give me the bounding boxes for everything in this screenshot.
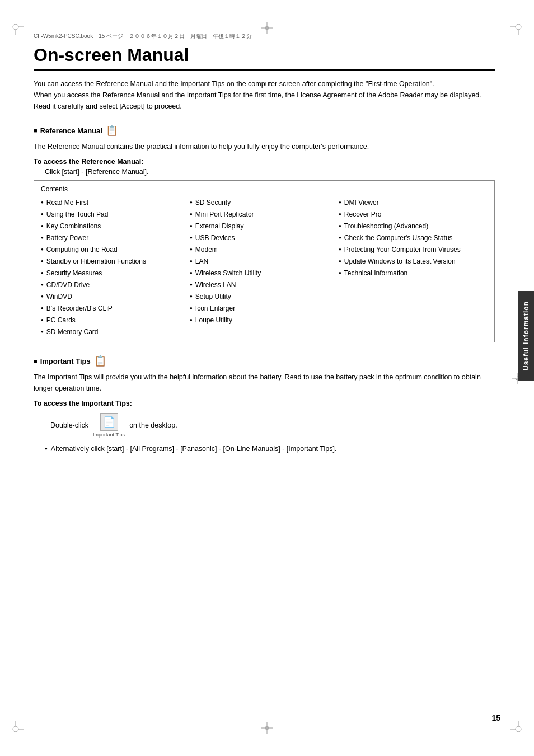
contents-col2: SD Security Mini Port Replicator Externa… — [190, 196, 339, 337]
intro-line1: You can access the Reference Manual and … — [34, 78, 495, 90]
reference-manual-heading: ■ Reference Manual 📋 — [34, 124, 495, 137]
on-desktop-text: on the desktop. — [129, 421, 177, 429]
contents-box: Contents Read Me First Using the Touch P… — [34, 180, 495, 342]
sidebar-tab: Useful Information — [518, 291, 534, 381]
list-item: Wireless Switch Utility — [190, 267, 339, 279]
list-item: PC Cards — [41, 314, 190, 326]
list-item: Update Windows to its Latest Version — [339, 255, 488, 267]
manual-icon: 📋 — [106, 124, 118, 137]
intro-section: You can access the Reference Manual and … — [34, 78, 495, 112]
list-item: CD/DVD Drive — [41, 279, 190, 290]
file-info: CF-W5mk2-PCSC.book 15 ページ ２００６年１０月２日 月曜日… — [34, 33, 252, 39]
important-tips-desktop-icon[interactable]: 📄 Important Tips — [93, 413, 125, 438]
list-item: Recover Pro — [339, 208, 488, 220]
reference-manual-title: Reference Manual — [40, 126, 102, 135]
svg-point-9 — [516, 726, 521, 732]
list-item: SD Security — [190, 196, 339, 208]
list-item: Read Me First — [41, 196, 190, 208]
page-number: 15 — [491, 713, 500, 722]
list-item: Battery Power — [41, 232, 190, 243]
list-item: Wireless LAN — [190, 279, 339, 290]
list-item: External Display — [190, 220, 339, 232]
double-click-label: Double-click — [50, 421, 88, 429]
list-item: Troubleshooting (Advanced) — [339, 220, 488, 232]
list-item: Loupe Utility — [190, 314, 339, 326]
header-bar: CF-W5mk2-PCSC.book 15 ページ ２００６年１０月２日 月曜日… — [34, 31, 500, 40]
intro-line2: When you access the Reference Manual and… — [34, 90, 495, 112]
important-tips-heading: ■ Important Tips 📋 — [34, 355, 495, 367]
crosshair-bottom — [261, 722, 273, 734]
contents-list-col1: Read Me First Using the Touch Pad Key Co… — [41, 196, 190, 337]
list-item: B's Recorder/B's CLiP — [41, 302, 190, 314]
access-tips-label: To access the Important Tips: — [34, 400, 495, 407]
list-item: SD Memory Card — [41, 326, 190, 337]
contents-list-col3: DMI Viewer Recover Pro Troubleshooting (… — [339, 196, 488, 279]
access-ref-label: To access the Reference Manual: — [34, 158, 495, 166]
section-marker-tips: ■ — [34, 358, 38, 364]
contents-columns: Read Me First Using the Touch Pad Key Co… — [41, 196, 488, 337]
svg-point-3 — [516, 24, 521, 30]
corner-mark-tl — [11, 22, 34, 45]
list-item: Key Combinations — [41, 220, 190, 232]
main-content: On-screen Manual You can access the Refe… — [34, 45, 506, 458]
contents-list-col2: SD Security Mini Port Replicator Externa… — [190, 196, 339, 326]
tips-icon: 📋 — [94, 355, 106, 367]
desktop-instruction: Double-click 📄 Important Tips on the des… — [50, 413, 495, 438]
icon-label: Important Tips — [93, 432, 125, 438]
list-item: Mini Port Replicator — [190, 208, 339, 220]
list-item: Computing on the Road — [41, 243, 190, 255]
list-item: Setup Utility — [190, 290, 339, 302]
important-tips-title: Important Tips — [40, 357, 91, 365]
alt-instruction: Alternatively click [start] - [All Progr… — [45, 443, 495, 454]
alt-text: Alternatively click [start] - [All Progr… — [51, 443, 337, 454]
list-item: Technical Information — [339, 267, 488, 279]
access-ref-text: Click [start] - [Reference Manual]. — [45, 168, 495, 176]
list-item: LAN — [190, 255, 339, 267]
important-tips-icon-img[interactable]: 📄 — [100, 413, 118, 431]
contents-col3: DMI Viewer Recover Pro Troubleshooting (… — [339, 196, 488, 337]
page-title: On-screen Manual — [34, 45, 495, 71]
list-item: DMI Viewer — [339, 196, 488, 208]
section-marker-ref: ■ — [34, 127, 38, 134]
list-item: Icon Enlarger — [190, 302, 339, 314]
contents-title: Contents — [41, 185, 488, 193]
list-item: WinDVD — [41, 290, 190, 302]
important-tips-desc: The Important Tips will provide you with… — [34, 372, 495, 394]
reference-manual-desc: The Reference Manual contains the practi… — [34, 141, 495, 152]
list-item: Standby or Hibernation Functions — [41, 255, 190, 267]
list-item: Check the Computer's Usage Status — [339, 232, 488, 243]
list-item: Modem — [190, 243, 339, 255]
corner-mark-tr — [500, 22, 523, 45]
list-item: Security Measures — [41, 267, 190, 279]
list-item: Protecting Your Computer from Viruses — [339, 243, 488, 255]
contents-col1: Read Me First Using the Touch Pad Key Co… — [41, 196, 190, 337]
corner-mark-bl — [11, 711, 34, 734]
list-item: Using the Touch Pad — [41, 208, 190, 220]
list-item: USB Devices — [190, 232, 339, 243]
svg-point-0 — [13, 24, 18, 30]
corner-mark-br — [500, 711, 523, 734]
svg-point-6 — [13, 726, 18, 732]
